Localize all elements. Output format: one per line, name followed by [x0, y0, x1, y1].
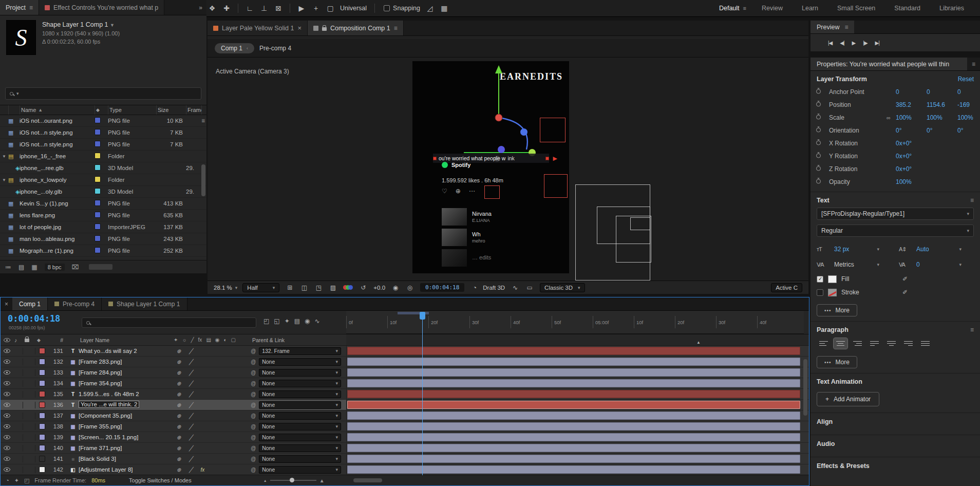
exposure-value[interactable]: +0.0	[373, 285, 385, 291]
audio-column-icon[interactable]: ♪	[13, 337, 23, 343]
label-color-chip[interactable]	[95, 247, 108, 254]
shy-layers-icon[interactable]: ✦	[285, 317, 290, 325]
effects-switch[interactable]: fx	[200, 467, 204, 473]
layer-row[interactable]: 134 ▦ [Frame 354.png] ⊕ ╱ @ None▾	[1, 378, 809, 389]
pickwhip-icon[interactable]: @	[251, 381, 256, 386]
layer-lock-toggle[interactable]	[23, 445, 35, 452]
project-item-row[interactable]: ◈ iphone_...ree.glb 3D Model 29.	[0, 162, 206, 174]
gizmo-add-icon[interactable]: +	[309, 2, 323, 15]
toggle-switches-modes-button[interactable]: Toggle Switches / Modes	[129, 477, 192, 483]
time-ruler[interactable]: 0f10f20f30f40f50f05:00f10f20f30f40f	[346, 311, 804, 334]
collapse-switch[interactable]: ⊕	[177, 359, 181, 365]
font-style-dropdown[interactable]: Regular▾	[817, 225, 974, 237]
tab-project[interactable]: Project ≡	[0, 0, 39, 15]
layer-lock-toggle[interactable]	[23, 456, 35, 462]
play-button[interactable]: ▶	[852, 40, 856, 46]
tab-effect-controls[interactable]: Effect Controls You're worried what p	[39, 0, 164, 15]
comp-mini-flowchart-icon[interactable]: ◰	[263, 317, 269, 325]
layer-row[interactable]: 140 ▦ [Frame 371.png] ⊕ ╱ @ None▾	[1, 443, 809, 454]
graph-editor-icon[interactable]: ∿	[315, 317, 320, 325]
panel-menu-icon[interactable]: ≡	[394, 25, 398, 32]
layer-handle[interactable]	[433, 157, 437, 160]
quality-switch[interactable]: ╱	[189, 435, 192, 440]
justify-last-left-button[interactable]	[868, 338, 881, 349]
item-name[interactable]: iphone_...ree.glb	[20, 165, 95, 171]
panel-menu-icon[interactable]: ≡	[844, 24, 848, 31]
item-name[interactable]: Mograph...re (1).png	[20, 248, 95, 254]
collapse-switch[interactable]: ⊕	[177, 435, 181, 440]
stopwatch-icon[interactable]	[816, 152, 829, 160]
zoom-in-icon[interactable]: ▲	[319, 478, 325, 483]
property-value[interactable]: 0°	[896, 127, 927, 134]
label-color-chip[interactable]	[95, 164, 108, 172]
project-scrollbar[interactable]	[201, 164, 205, 196]
render-info-icon[interactable]: ◔	[6, 477, 9, 483]
kerning-dropdown[interactable]: Metrics▾	[834, 261, 879, 268]
property-value[interactable]: 0	[927, 88, 957, 96]
project-item-row[interactable]: ▦ Mograph...re (1).png PNG file 252 KB	[0, 245, 206, 257]
quality-switch[interactable]: ╱	[189, 445, 192, 451]
label-color-chip[interactable]	[95, 129, 108, 136]
parent-dropdown[interactable]: None▾	[259, 466, 341, 474]
stopwatch-icon[interactable]	[816, 101, 829, 108]
item-name[interactable]: iphone_...oly.glb	[20, 189, 95, 195]
layer-name[interactable]: [Screen... 20.15 1.png]	[79, 434, 174, 440]
tracking-dropdown[interactable]: 0▾	[916, 261, 962, 268]
cti-handle[interactable]	[420, 312, 425, 320]
camera-wireframes-icon[interactable]: ▭	[524, 284, 535, 291]
item-thumbnail[interactable]: S	[6, 20, 36, 55]
previous-frame-button[interactable]: ◀|	[840, 40, 844, 46]
tab-composition-viewer[interactable]: Composition Comp 1 ≡	[308, 21, 404, 35]
layer-visibility-toggle[interactable]	[1, 414, 13, 418]
workspace-tab[interactable]: Small Screen	[837, 5, 879, 12]
property-value[interactable]: 1154.6	[927, 101, 957, 108]
pickwhip-icon[interactable]: @	[251, 456, 256, 462]
layer-audio-toggle[interactable]	[13, 380, 23, 387]
take-snapshot-icon[interactable]: ◉	[390, 284, 401, 291]
property-value[interactable]: 100%	[896, 178, 927, 185]
toggle-mask-visibility-icon[interactable]: ◫	[299, 284, 309, 291]
effects-presets-section-header[interactable]: Effects & Presets	[811, 457, 980, 475]
timeline-horizontal-scrollbar[interactable]	[353, 478, 382, 482]
layer-duration-bar[interactable]	[347, 455, 800, 463]
layer-row[interactable]: 142 ◧ [Adjustment Layer 8] ⊕ ╱ fx @ None…	[1, 464, 809, 475]
number-column[interactable]: #	[49, 337, 67, 343]
resolution-dropdown[interactable]: Half▾	[242, 283, 279, 292]
layer-name[interactable]: [Black Solid 3]	[79, 456, 174, 462]
stopwatch-icon[interactable]	[816, 114, 829, 121]
layer-visibility-toggle[interactable]	[1, 381, 13, 385]
3d-transform-gizmo[interactable]	[464, 58, 567, 165]
layer-track-lane[interactable]	[346, 378, 809, 388]
property-value[interactable]: 0x+0°	[896, 153, 927, 160]
workspace-tab[interactable]: Review	[762, 5, 786, 12]
justify-last-center-button[interactable]	[884, 338, 898, 349]
label-color-chip[interactable]	[95, 153, 108, 160]
property-value[interactable]: 0x+0°	[896, 165, 927, 173]
column-frame-rate[interactable]: Frame R	[186, 105, 201, 115]
switch-column-icon[interactable]: ╱	[191, 337, 194, 343]
font-family-dropdown[interactable]: [SFProDisplay-Regular/Type1]▾	[817, 208, 974, 220]
collapse-switch[interactable]: ⊕	[177, 445, 181, 451]
renderer-button[interactable]: ◔Draft 3D	[469, 284, 505, 291]
world-axis-mode-icon[interactable]: ⊥	[257, 2, 271, 15]
item-name[interactable]: iphone_x_lowpoly	[20, 177, 95, 183]
layer-label-color[interactable]	[35, 434, 49, 440]
panel-menu-icon[interactable]: ≡	[29, 4, 33, 11]
eyedropper-icon[interactable]: ✐	[902, 289, 908, 296]
layer-track-lane[interactable]	[346, 454, 809, 464]
view-axis-mode-icon[interactable]: ⊠	[272, 2, 285, 15]
fill-color-swatch[interactable]	[828, 275, 837, 283]
layer-name[interactable]: [Adjustment Layer 8]	[79, 466, 174, 473]
column-label[interactable]: ◆	[95, 105, 108, 115]
align-right-button[interactable]	[851, 338, 864, 349]
interpret-footage-icon[interactable]: ≔	[5, 264, 11, 271]
parent-dropdown[interactable]: None▾	[259, 358, 341, 366]
layer-lock-toggle[interactable]	[23, 402, 35, 408]
layer-visibility-toggle[interactable]	[1, 424, 13, 428]
workspace-tab[interactable]: Libraries	[939, 5, 968, 12]
layer-track-lane[interactable]	[346, 357, 809, 367]
layer-duration-bar[interactable]	[347, 368, 800, 377]
video-column-icon[interactable]	[1, 338, 13, 342]
quality-switch[interactable]: ╱	[189, 348, 192, 354]
fast-previews-icon[interactable]: ∿	[510, 284, 520, 291]
